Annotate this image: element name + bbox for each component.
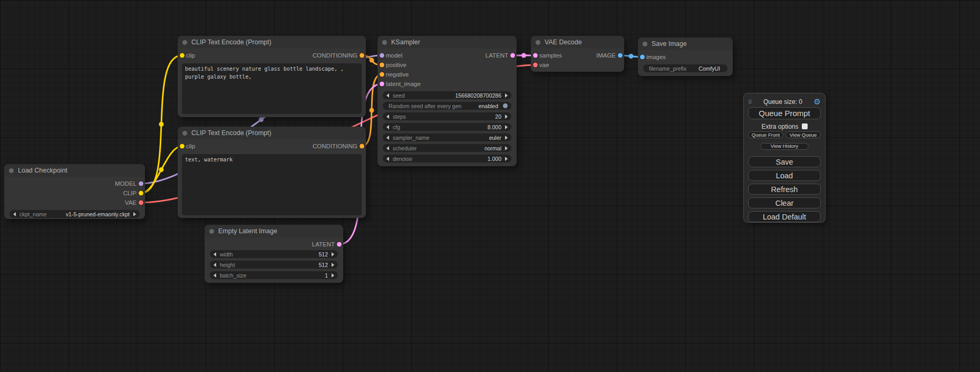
input-port-samples[interactable] — [533, 53, 538, 58]
view-queue-button[interactable]: View Queue — [785, 131, 821, 138]
node-load-checkpoint[interactable]: Load Checkpoint MODEL CLIP VAE ckpt_name… — [4, 164, 145, 219]
input-port-negative[interactable] — [380, 72, 384, 77]
widget-ckpt-name[interactable]: ckpt_name v1-5-pruned-emaonly.ckpt — [9, 210, 140, 218]
slot-row: MODEL — [4, 179, 145, 188]
widget-value: ComfyUI — [698, 65, 720, 72]
increment-arrow-icon[interactable] — [505, 125, 508, 129]
drag-handle-icon[interactable]: ⠿ — [748, 99, 752, 105]
output-port-latent[interactable] — [510, 53, 515, 58]
decrement-arrow-icon[interactable] — [386, 146, 389, 150]
widget-value: enabled — [479, 103, 498, 109]
slot-row: negative — [377, 70, 517, 79]
decrement-arrow-icon[interactable] — [386, 136, 389, 140]
output-port-clip[interactable] — [139, 191, 143, 196]
widget-filename-prefix[interactable]: filename_prefix ComfyUI — [643, 64, 727, 72]
output-port-model[interactable] — [139, 182, 143, 186]
widget-height[interactable]: height 512 — [210, 261, 338, 269]
node-collapse-dot-icon[interactable] — [382, 40, 387, 45]
link-dot-conditioning-positive — [370, 58, 374, 63]
widget-seed[interactable]: seed 156680208700286 — [383, 91, 511, 99]
slot-row: LATENT — [205, 240, 343, 249]
node-clip-text-encode-negative[interactable]: CLIP Text Encode (Prompt) clip CONDITION… — [178, 127, 366, 218]
widget-batch-size[interactable]: batch_size 1 — [210, 271, 338, 279]
node-collapse-dot-icon[interactable] — [182, 131, 187, 136]
decrement-arrow-icon[interactable] — [214, 263, 216, 267]
node-title-bar[interactable]: Load Checkpoint — [4, 164, 145, 177]
slot-row: CLIP — [4, 188, 145, 198]
increment-arrow-icon[interactable] — [505, 157, 508, 161]
load-default-button[interactable]: Load Default — [748, 211, 821, 222]
node-title: Load Checkpoint — [18, 167, 67, 174]
node-title: CLIP Text Encode (Prompt) — [191, 129, 271, 137]
node-title-bar[interactable]: VAE Decode — [531, 36, 624, 49]
node-title-bar[interactable]: Empty Latent Image — [205, 225, 343, 237]
node-clip-text-encode-positive[interactable]: CLIP Text Encode (Prompt) clip CONDITION… — [178, 36, 366, 117]
input-port-model[interactable] — [380, 53, 384, 58]
decrement-arrow-icon[interactable] — [214, 273, 216, 278]
input-port-clip[interactable] — [180, 144, 185, 149]
output-port-image[interactable] — [618, 53, 623, 58]
widget-denoise[interactable]: denoise 1.000 — [383, 155, 511, 163]
widget-cfg[interactable]: cfg 8.000 — [383, 123, 511, 131]
refresh-button[interactable]: Refresh — [748, 184, 821, 195]
node-collapse-dot-icon[interactable] — [182, 40, 187, 45]
node-save-image[interactable]: Save Image images filename_prefix ComfyU… — [638, 37, 733, 76]
decrement-arrow-icon[interactable] — [214, 252, 216, 256]
widget-steps[interactable]: steps 20 — [383, 112, 511, 120]
widget-width[interactable]: width 512 — [210, 250, 338, 258]
node-title-bar[interactable]: CLIP Text Encode (Prompt) — [178, 36, 366, 49]
output-label-model: MODEL — [115, 180, 137, 187]
output-port-vae[interactable] — [139, 201, 143, 205]
node-title-bar[interactable]: Save Image — [638, 37, 733, 50]
settings-gear-icon[interactable]: ⚙ — [814, 98, 821, 106]
widget-name: steps — [393, 113, 406, 120]
input-port-images[interactable] — [640, 55, 645, 60]
input-port-positive[interactable] — [380, 63, 384, 68]
node-ksampler[interactable]: KSampler model LATENT positive negative … — [377, 36, 517, 166]
decrement-arrow-icon[interactable] — [13, 212, 16, 216]
node-collapse-dot-icon[interactable] — [536, 40, 540, 45]
input-port-clip[interactable] — [180, 53, 185, 58]
decrement-arrow-icon[interactable] — [386, 157, 389, 161]
node-vae-decode[interactable]: VAE Decode samples IMAGE vae — [531, 36, 624, 72]
increment-arrow-icon[interactable] — [332, 263, 334, 267]
decrement-arrow-icon[interactable] — [386, 115, 389, 119]
prompt-text-area[interactable]: beautiful scenery nature glass bottle la… — [182, 63, 362, 114]
increment-arrow-icon[interactable] — [133, 212, 136, 216]
node-title-bar[interactable]: CLIP Text Encode (Prompt) — [178, 127, 366, 139]
queue-front-button[interactable]: Queue Front — [748, 131, 783, 138]
increment-arrow-icon[interactable] — [332, 252, 334, 256]
increment-arrow-icon[interactable] — [505, 115, 508, 119]
output-port-conditioning[interactable] — [360, 144, 364, 149]
output-port-latent[interactable] — [337, 242, 342, 247]
decrement-arrow-icon[interactable] — [386, 125, 389, 129]
node-graph-canvas[interactable]: Load Checkpoint MODEL CLIP VAE ckpt_name… — [0, 0, 980, 372]
clear-button[interactable]: Clear — [748, 197, 821, 208]
view-history-button[interactable]: View History — [760, 143, 809, 150]
node-collapse-dot-icon[interactable] — [643, 42, 647, 46]
increment-arrow-icon[interactable] — [505, 146, 508, 150]
toggle-on-icon[interactable] — [503, 103, 508, 108]
load-button[interactable]: Load — [748, 170, 821, 181]
prompt-text-area[interactable]: text, watermark — [182, 154, 362, 215]
node-collapse-dot-icon[interactable] — [209, 229, 214, 234]
decrement-arrow-icon[interactable] — [386, 93, 389, 98]
input-port-latent-image[interactable] — [380, 82, 384, 87]
widget-name: width — [220, 251, 233, 257]
queue-prompt-button[interactable]: Queue Prompt — [748, 107, 821, 119]
widget-scheduler[interactable]: scheduler normal — [383, 144, 511, 152]
widget-sampler-name[interactable]: sampler_name euler — [383, 133, 511, 141]
input-port-vae[interactable] — [533, 63, 538, 68]
widget-random-seed-toggle[interactable]: Random seed after every gen enabled — [383, 102, 511, 110]
widget-name: ckpt_name — [20, 211, 46, 217]
increment-arrow-icon[interactable] — [332, 273, 334, 278]
input-label-latent-image: latent_image — [386, 81, 421, 87]
increment-arrow-icon[interactable] — [505, 93, 508, 98]
increment-arrow-icon[interactable] — [505, 136, 508, 140]
node-collapse-dot-icon[interactable] — [9, 168, 14, 173]
node-title-bar[interactable]: KSampler — [377, 36, 517, 49]
node-empty-latent-image[interactable]: Empty Latent Image LATENT width 512 heig… — [205, 225, 343, 283]
save-button[interactable]: Save — [748, 156, 821, 167]
output-port-conditioning[interactable] — [360, 53, 364, 58]
extra-options-checkbox[interactable] — [802, 123, 808, 129]
